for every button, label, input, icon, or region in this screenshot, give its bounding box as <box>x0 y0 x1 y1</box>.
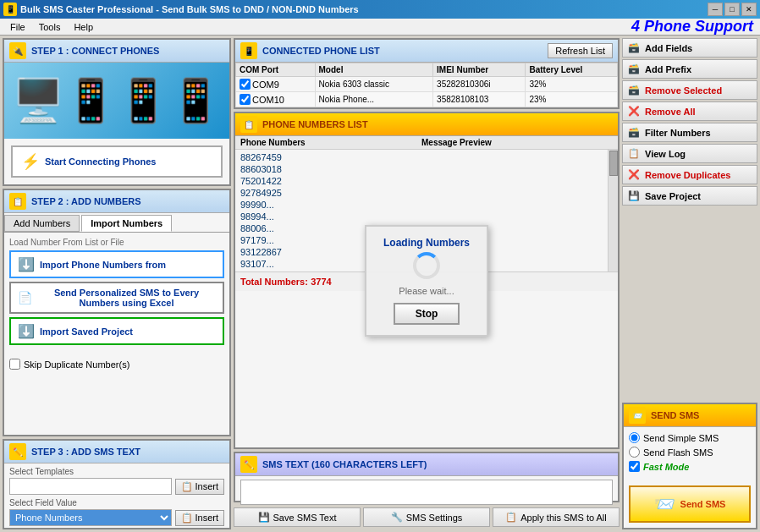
settings-icon: 🔧 <box>391 512 403 523</box>
step2-tabs: Add Numbers Import Numbers <box>4 213 229 233</box>
simple-sms-radio[interactable] <box>629 432 640 443</box>
send-sms-button[interactable]: 📨 Send SMS <box>629 485 751 523</box>
save-sms-label: Save SMS Text <box>273 513 337 523</box>
send-sms-icon: 📨 <box>629 407 646 424</box>
scrollbar-thumb[interactable] <box>609 151 618 176</box>
apply-label: Apply this SMS to All <box>520 513 607 523</box>
remove-selected-label: Remove Selected <box>645 85 722 96</box>
filter-numbers-button[interactable]: 🗃️ Filter Numbers <box>622 123 757 142</box>
com10-checkbox[interactable] <box>240 94 251 105</box>
save-project-button[interactable]: 💾 Save Project <box>622 186 757 206</box>
menu-bar: File Tools Help 4 Phone Support <box>0 19 760 36</box>
numbers-col-header: Phone Numbers Message Preview <box>235 136 618 150</box>
col-model: Model <box>315 63 433 77</box>
sms-bottom-section: ✏️ SMS TEXT (160 CHARACTERS LEFT) 💾 Save… <box>234 452 620 529</box>
import-saved-project-button[interactable]: ⬇️ Import Saved Project <box>9 317 224 345</box>
scrollbar[interactable] <box>608 150 618 271</box>
tab-import-numbers[interactable]: Import Numbers <box>81 215 172 232</box>
save-sms-text-button[interactable]: 💾 Save SMS Text <box>234 507 361 527</box>
filter-label: Filter Numbers <box>645 128 711 138</box>
app-icon: 📱 <box>3 3 17 16</box>
skip-duplicate-checkbox[interactable] <box>9 359 20 370</box>
flash-sms-row: Send Flash SMS <box>629 447 751 458</box>
remove-all-label: Remove All <box>645 107 696 117</box>
field-value-select[interactable]: Phone Numbers <box>9 509 172 526</box>
cell-imei9: 35282810306i <box>433 77 526 92</box>
phone-list-icon: 📱 <box>240 42 257 59</box>
send-sms-panel: 📨 SEND SMS Send Simple SMS Send Flash SM… <box>622 403 757 529</box>
refresh-button[interactable]: Refresh List <box>548 43 613 58</box>
send-sms-header: 📨 SEND SMS <box>624 404 756 427</box>
apply-icon: 📋 <box>505 512 517 523</box>
col-numbers: Phone Numbers <box>240 138 421 147</box>
title-bar-text: Bulk SMS Caster Professional - Send Bulk… <box>20 4 359 14</box>
cell-com10: COM10 <box>236 92 316 107</box>
insert-field-button[interactable]: 📋 Insert <box>175 510 224 526</box>
step3-title: STEP 3 : ADD SMS TEXT <box>31 447 140 457</box>
table-row: COM10 Nokia Phone... 35828108103 23% <box>236 92 618 107</box>
skip-duplicate-label: Skip Duplicate Number(s) <box>24 359 129 370</box>
field-value-row: Phone Numbers 📋 Insert <box>9 509 224 526</box>
minimize-button[interactable]: ─ <box>708 3 723 16</box>
phone-table: COM Port Model IMEI Number Battery Level… <box>235 63 618 107</box>
add-fields-label: Add Fields <box>645 43 692 53</box>
col-imei: IMEI Number <box>433 63 526 77</box>
list-item: 88267459 <box>240 151 603 163</box>
flash-sms-radio[interactable] <box>629 447 640 458</box>
phone-numbers-list-panel: 📋 PHONE NUMBERS LIST Phone Numbers Messa… <box>234 112 620 449</box>
com9-checkbox[interactable] <box>240 79 251 90</box>
com9-label: COM9 <box>252 80 279 90</box>
maximize-button[interactable]: □ <box>724 3 740 16</box>
step2-header: 📋 STEP 2 : ADD NUMBERS <box>4 190 229 213</box>
numbers-title: PHONE NUMBERS LIST <box>262 119 368 129</box>
sms-settings-label: SMS Settings <box>406 513 463 523</box>
cell-battery10: 23% <box>526 92 618 107</box>
tab-add-numbers[interactable]: Add Numbers <box>4 215 80 232</box>
connect-icon: ⚡ <box>21 152 40 171</box>
send-sms-label: Send SMS <box>680 499 726 509</box>
send-sms-title: SEND SMS <box>651 410 699 420</box>
menu-file[interactable]: File <box>3 20 32 34</box>
step3-header: ✏️ STEP 3 : ADD SMS TEXT <box>4 441 229 463</box>
add-prefix-button[interactable]: 🗃️ Add Prefix <box>622 59 757 79</box>
close-button[interactable]: ✕ <box>741 3 757 16</box>
sms-icon: ✏️ <box>240 456 257 473</box>
template-input[interactable] <box>9 478 172 495</box>
menu-tools[interactable]: Tools <box>32 20 68 34</box>
menu-help[interactable]: Help <box>67 20 100 34</box>
insert-icon: 📋 <box>181 481 193 492</box>
sms-text-title: SMS TEXT (160 CHARACTERS LEFT) <box>262 459 427 469</box>
view-log-icon: 📋 <box>628 148 640 159</box>
cell-battery9: 32% <box>526 77 618 92</box>
apply-to-all-button[interactable]: 📋 Apply this SMS to All <box>493 507 620 527</box>
title-bar: 📱 Bulk SMS Caster Professional - Send Bu… <box>0 0 760 19</box>
fast-mode-checkbox[interactable] <box>629 461 640 472</box>
add-prefix-label: Add Prefix <box>645 64 691 74</box>
list-item: 92784925 <box>240 187 603 199</box>
saved-project-label: Import Saved Project <box>40 326 133 337</box>
excel-sms-button[interactable]: 📄 Send Personalized SMS to Every Numbers… <box>9 282 224 314</box>
remove-duplicates-button[interactable]: ❌ Remove Duplicates <box>622 165 757 184</box>
view-log-button[interactable]: 📋 View Log <box>622 144 757 163</box>
load-label: Load Number From List or File <box>9 238 224 247</box>
sms-textarea[interactable] <box>240 480 613 505</box>
start-connecting-button[interactable]: ⚡ Start Connecting Phones <box>11 145 223 178</box>
import-phone-icon: ⬇️ <box>18 256 35 272</box>
insert-template-button[interactable]: 📋 Insert <box>175 479 224 495</box>
add-fields-button[interactable]: 🗃️ Add Fields <box>622 38 757 58</box>
remove-all-button[interactable]: ❌ Remove All <box>622 101 757 121</box>
add-fields-icon: 🗃️ <box>628 42 640 53</box>
com10-label: COM10 <box>252 95 284 105</box>
list-item: 99990... <box>240 199 603 211</box>
skip-duplicate-row: Skip Duplicate Number(s) <box>4 359 229 375</box>
stop-button[interactable]: Stop <box>394 303 460 325</box>
fast-mode-row: Fast Mode <box>629 461 751 472</box>
import-phone-numbers-button[interactable]: ⬇️ Import Phone Numbers from <box>9 250 224 278</box>
remove-dup-label: Remove Duplicates <box>645 170 730 180</box>
sms-settings-button[interactable]: 🔧 SMS Settings <box>363 507 490 527</box>
cell-imei10: 35828108103 <box>433 92 526 107</box>
table-row: COM9 Nokia 6303 classic 35282810306i 32% <box>236 77 618 92</box>
title-bar-controls[interactable]: ─ □ ✕ <box>708 3 757 16</box>
remove-selected-button[interactable]: 🗃️ Remove Selected <box>622 80 757 100</box>
cell-model9: Nokia 6303 classic <box>315 77 433 92</box>
